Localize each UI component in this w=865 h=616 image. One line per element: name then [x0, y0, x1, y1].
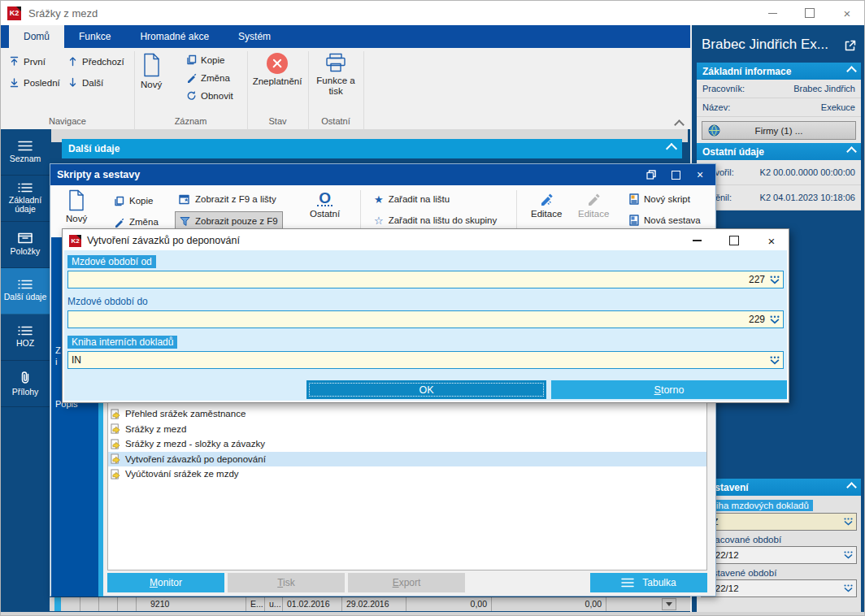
close-button[interactable]: × — [828, 1, 865, 25]
section-body: Vytvořil: K2 00.00.0000 00:00:00 Změnil:… — [697, 160, 861, 210]
table-button[interactable]: Tabulka — [590, 573, 707, 592]
new-report-label: Nová sestava — [644, 215, 701, 225]
edit-script-button[interactable]: Editace — [531, 192, 562, 219]
maximize-button[interactable] — [791, 1, 828, 25]
sidebar-item-polozky[interactable]: Položky — [1, 222, 50, 268]
sidebar-item-hoz[interactable]: HOZ — [1, 315, 50, 361]
add-to-bar-group-button[interactable]: ☆ Zařadit na lištu do skupiny — [370, 211, 501, 229]
monitor-button[interactable]: Monitor — [107, 573, 224, 592]
dock-button[interactable] — [639, 164, 663, 185]
previous-label: Předchozí — [82, 57, 124, 67]
kniha-internich-dokladu-input[interactable] — [68, 352, 783, 368]
tab-hromadne-akce[interactable]: Hromadné akce — [125, 25, 224, 48]
modal-titlebar: K2 Vytvoření závazků po deponování × — [64, 231, 787, 250]
tab-funkce[interactable]: Funkce — [64, 25, 125, 48]
list-item[interactable]: Vyúčtování srážek ze mzdy — [108, 466, 706, 482]
kniha-mzdovych-dokladu-label: Kniha mzdových dokladů — [697, 496, 861, 513]
minimize-button[interactable] — [754, 1, 791, 25]
dropdown-f9-icon[interactable] — [769, 315, 780, 325]
open-in-new-icon[interactable] — [845, 40, 856, 51]
detail-list-icon — [18, 183, 33, 193]
change-button[interactable]: Změna — [186, 72, 230, 83]
create-liabilities-modal: K2 Vytvoření závazků po deponování × Mzd… — [62, 228, 789, 403]
last-button[interactable]: Poslední — [9, 77, 60, 88]
zpracovane-input[interactable] — [702, 547, 856, 563]
dropdown-f9-icon[interactable] — [769, 275, 780, 285]
close-button[interactable]: × — [688, 164, 712, 185]
kniha-input[interactable] — [702, 514, 856, 530]
nastavene-obdobi-field[interactable] — [701, 579, 857, 597]
storno-button[interactable]: Storno — [551, 380, 787, 399]
firmy-label: Firmy (1) ... — [755, 126, 803, 136]
label-chip: Kniha mzdových dokladů — [701, 500, 813, 511]
mzdove-obdobi-od-input[interactable] — [68, 271, 783, 288]
table-cell — [80, 597, 99, 611]
mzdove-obdobi-do-input[interactable] — [68, 311, 783, 328]
new-button[interactable]: Nový — [141, 53, 162, 90]
dropdown-f9-icon[interactable] — [843, 551, 854, 560]
list-item[interactable]: Přehled srážek zaměstnance — [108, 406, 706, 422]
previous-button[interactable]: Předchozí — [67, 56, 124, 67]
dropdown-f9-icon[interactable] — [843, 584, 854, 593]
next-button[interactable]: Další — [67, 77, 103, 88]
nastavene-input[interactable] — [702, 580, 856, 596]
sidebar-item-line: Z — [55, 345, 61, 356]
toolbar-separator — [360, 190, 361, 232]
new-script-record-button[interactable]: Nový — [66, 189, 87, 223]
functions-print-button[interactable]: Funkce a tisk — [313, 53, 359, 97]
list-item-label: Srážky z mezd — [125, 424, 186, 434]
sidebar-item-zakladni-udaje[interactable]: Základní údaje — [1, 176, 50, 222]
window-bottom-border — [1, 612, 865, 616]
table-cell — [118, 597, 137, 611]
copy-button[interactable]: Kopie — [110, 192, 157, 210]
section-nastaveni[interactable]: Nastavení — [697, 479, 861, 496]
maximize-button[interactable] — [663, 164, 688, 185]
minimize-button[interactable] — [686, 232, 707, 249]
firmy-button[interactable]: Firmy (1) ... — [702, 121, 856, 140]
export-button: Export — [348, 573, 465, 592]
section-ostatni-udaje[interactable]: Ostatní údaje — [697, 143, 861, 160]
section-label: Základní informace — [702, 66, 791, 77]
dialog-sidebar-item[interactable]: Z i — [55, 345, 61, 367]
minimize-icon — [768, 13, 777, 14]
collapse-ribbon-icon[interactable] — [674, 119, 685, 130]
scroll-down-button[interactable] — [662, 598, 676, 610]
table-row[interactable]: 9210 E... u... 01.02.2016 29.02.2016 0,0… — [50, 597, 690, 611]
show-f9-and-bar-button[interactable]: Zobrazit z F9 a lišty — [175, 190, 280, 208]
refresh-button[interactable]: Obnovit — [186, 90, 233, 101]
tab-system[interactable]: Systém — [224, 25, 285, 48]
copy-label: Kopie — [201, 55, 224, 65]
label-chip: Mzdové období od — [67, 255, 156, 268]
list-item-selected[interactable]: Vytvoření závazků po deponování — [108, 452, 706, 467]
tab-domu[interactable]: Domů — [9, 25, 64, 48]
window-title: Srážky z mezd — [28, 7, 98, 20]
first-button[interactable]: První — [9, 56, 46, 67]
mzdove-obdobi-od-label: Mzdové období od — [67, 255, 156, 268]
list-item[interactable]: Srážky z mezd - složky a závazky — [108, 436, 706, 452]
section-header-dalsi-udaje[interactable]: Další údaje — [62, 139, 682, 158]
mzdove-obdobi-do-field[interactable] — [67, 310, 784, 328]
kniha-mzdovych-dokladu-field[interactable] — [701, 513, 857, 531]
new-report-button[interactable]: Nová sestava — [625, 211, 705, 229]
sidebar-item-seznam[interactable]: Seznam — [1, 129, 50, 176]
script-report-icon — [111, 423, 121, 434]
dropdown-f9-icon[interactable] — [843, 518, 854, 527]
new-script-button[interactable]: Nový skript — [625, 190, 694, 208]
other-button[interactable]: O Ostatní — [310, 191, 340, 219]
invalidate-button[interactable]: Zneplatnění — [251, 53, 303, 87]
dropdown-f9-icon[interactable] — [769, 356, 780, 366]
kniha-internich-dokladu-field[interactable] — [67, 351, 784, 369]
ok-button[interactable]: OK — [306, 380, 546, 399]
copy-button[interactable]: Kopie — [186, 54, 224, 65]
sidebar-item-dalsi-udaje[interactable]: Další údaje — [1, 268, 50, 315]
maximize-button[interactable] — [724, 232, 745, 249]
mzdove-obdobi-od-field[interactable] — [67, 271, 784, 288]
section-zakladni-informace[interactable]: Základní informace — [697, 63, 861, 80]
maximize-icon — [729, 236, 739, 245]
zpracovane-obdobi-field[interactable] — [701, 546, 857, 564]
list-item[interactable]: Srážky z mezd — [108, 422, 706, 437]
script-report-icon — [111, 469, 121, 479]
sidebar-item-prilohy[interactable]: Přílohy — [1, 361, 50, 407]
add-to-bar-button[interactable]: ★ Zařadit na lištu — [370, 190, 454, 208]
close-button[interactable]: × — [761, 232, 782, 249]
